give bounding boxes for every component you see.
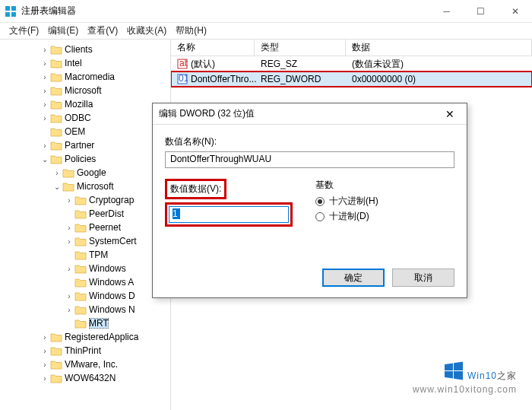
radio-dec-icon [315, 212, 325, 221]
tree-item[interactable]: Windows A [0, 275, 170, 289]
svg-marker-11 [454, 371, 463, 380]
list-body: ab(默认)REG_SZ(数值未设置)011DontOfferThro...RE… [171, 56, 532, 87]
tree-expand-icon[interactable]: › [40, 333, 50, 342]
folder-icon [50, 72, 62, 82]
radio-hex[interactable]: 十六进制(H) [315, 195, 378, 208]
tree-expand-icon[interactable]: › [64, 265, 74, 273]
folder-icon [74, 291, 87, 301]
tree-expand-icon[interactable]: › [64, 237, 74, 246]
tree-label: Partner [65, 140, 94, 151]
tree-item[interactable]: PeerDist [0, 207, 170, 221]
tree-item[interactable]: MRT [0, 316, 170, 330]
menu-view[interactable]: 查看(V) [83, 23, 122, 39]
tree-expand-icon[interactable]: › [52, 169, 62, 177]
folder-icon [50, 58, 62, 68]
menu-fav[interactable]: 收藏夹(A) [122, 23, 171, 39]
folder-icon [74, 318, 87, 329]
tree-item[interactable]: ⌄Microsoft [0, 180, 170, 193]
tree-item[interactable]: ›Cryptograp [0, 193, 170, 207]
tree-label: OEM [65, 126, 85, 137]
value-icon: ab [177, 59, 188, 69]
menu-edit[interactable]: 编辑(E) [43, 23, 83, 39]
tree-item[interactable]: ›WOW6432N [0, 371, 170, 385]
col-header-data[interactable]: 数据 [346, 40, 532, 56]
tree-item[interactable]: ›Mozilla [0, 97, 170, 111]
tree-item[interactable]: ›Windows N [0, 303, 170, 316]
tree-expand-icon[interactable]: › [40, 361, 50, 369]
folder-icon [50, 126, 62, 137]
folder-icon [74, 263, 87, 274]
ok-button[interactable]: 确定 [322, 269, 385, 287]
minimize-button[interactable]: ─ [429, 0, 464, 22]
tree-expand-icon[interactable]: › [64, 224, 74, 232]
tree-expand-icon[interactable]: › [40, 87, 50, 95]
svg-marker-8 [445, 364, 453, 371]
watermark-brand: Win10 [467, 370, 497, 381]
radio-dec[interactable]: 十进制(D) [315, 210, 378, 223]
tree-label: WOW6432N [65, 373, 116, 383]
dialog-close-button[interactable]: ✕ [439, 108, 461, 120]
app-icon [5, 5, 17, 17]
tree-expand-icon[interactable]: › [40, 347, 50, 355]
tree-expand-icon[interactable]: › [40, 374, 50, 383]
svg-rect-2 [5, 12, 10, 17]
tree-pane[interactable]: ›Clients›Intel›Macromedia›Microsoft›Mozi… [0, 40, 171, 410]
radio-hex-label: 十六进制(H) [329, 195, 378, 208]
value-data-input[interactable]: 1 [169, 206, 289, 223]
tree-item[interactable]: ›RegisteredApplica [0, 330, 170, 344]
tree-label: Intel [65, 58, 82, 68]
tree-item[interactable]: ›SystemCert [0, 234, 170, 248]
col-header-type[interactable]: 类型 [255, 40, 346, 56]
maximize-button[interactable]: ☐ [464, 0, 498, 22]
tree-expand-icon[interactable]: › [64, 196, 74, 205]
tree-item[interactable]: ›Windows D [0, 289, 170, 303]
menu-help[interactable]: 帮助(H) [171, 23, 211, 39]
tree-expand-icon[interactable]: › [64, 292, 74, 300]
tree-item[interactable]: ›Clients [0, 43, 170, 56]
tree-expand-icon[interactable]: › [40, 100, 50, 109]
tree-label: Windows [89, 263, 126, 274]
tree-item[interactable]: ›ThinPrint [0, 344, 170, 358]
tree-label: Microsoft [65, 85, 102, 96]
tree-expand-icon[interactable]: › [40, 73, 50, 81]
cell-data: (数值未设置) [352, 58, 404, 71]
tree-item[interactable]: ›ODBC [0, 111, 170, 125]
tree-item[interactable]: ›Google [0, 166, 170, 180]
cell-name: DontOfferThro... [191, 74, 256, 84]
tree-item[interactable]: TPM [0, 248, 170, 262]
menu-file[interactable]: 文件(F) [5, 23, 43, 39]
tree-label: Macromedia [65, 72, 115, 82]
tree-item[interactable]: ›Intel [0, 56, 170, 70]
tree-item[interactable]: ⌄Policies [0, 152, 170, 166]
tree-expand-icon[interactable]: › [40, 141, 50, 150]
list-row[interactable]: 011DontOfferThro...REG_DWORD0x00000000 (… [171, 72, 532, 87]
folder-icon [50, 154, 62, 164]
tree-item[interactable]: OEM [0, 125, 170, 138]
tree-item[interactable]: ›Macromedia [0, 70, 170, 84]
value-name-field[interactable]: DontOfferThroughWUAU [165, 151, 454, 168]
tree-expand-icon[interactable]: ⌄ [40, 155, 50, 164]
value-icon: 011 [177, 74, 188, 84]
cancel-button[interactable]: 取消 [392, 269, 454, 287]
dialog-title: 编辑 DWORD (32 位)值 [159, 107, 439, 120]
tree-item[interactable]: ›Peernet [0, 221, 170, 234]
tree-item[interactable]: ›Partner [0, 138, 170, 152]
folder-icon [50, 99, 62, 110]
list-row[interactable]: ab(默认)REG_SZ(数值未设置) [171, 56, 532, 72]
folder-icon [50, 85, 62, 96]
tree-expand-icon[interactable]: ⌄ [52, 183, 62, 191]
tree-expand-icon[interactable]: › [40, 46, 50, 54]
tree-item[interactable]: ›VMware, Inc. [0, 358, 170, 371]
folder-icon [74, 236, 87, 246]
tree-expand-icon[interactable]: › [64, 306, 74, 314]
close-button[interactable]: ✕ [498, 0, 532, 22]
tree-expand-icon[interactable]: › [40, 59, 50, 68]
tree-label: Google [77, 167, 106, 178]
tree-item[interactable]: ›Microsoft [0, 84, 170, 97]
folder-icon [74, 208, 87, 219]
watermark-url: www.win10xitong.com [413, 384, 517, 395]
tree-label: Microsoft [77, 181, 114, 192]
tree-expand-icon[interactable]: › [40, 114, 50, 122]
tree-item[interactable]: ›Windows [0, 262, 170, 275]
col-header-name[interactable]: 名称 [171, 40, 255, 56]
